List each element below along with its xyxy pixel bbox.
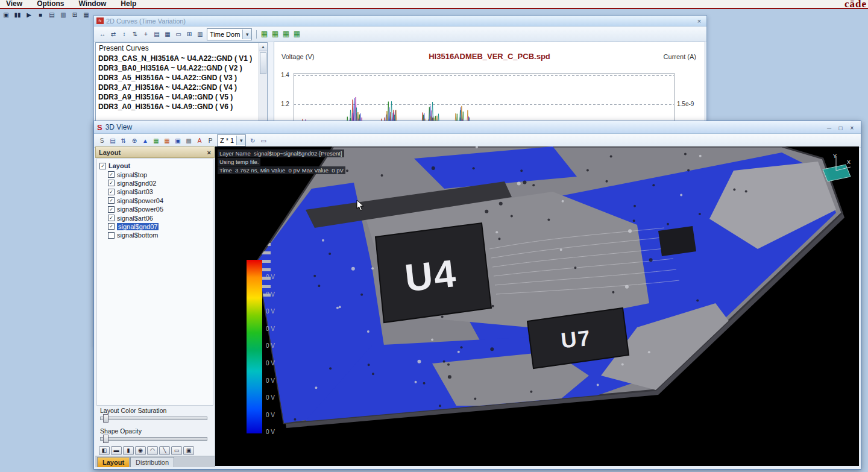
curve-grid-icon-2[interactable]: ▦ <box>270 30 280 39</box>
curve-grid-icon-1[interactable]: ▦ <box>259 30 269 39</box>
curve-grid-icon-4[interactable]: ▦ <box>292 30 301 39</box>
layer-signal$gnd07[interactable]: ✓signal$gnd07 <box>97 222 213 231</box>
rotate-3d-icon[interactable]: ▲ <box>140 136 150 145</box>
marker-box-icon[interactable]: ▭ <box>174 30 183 39</box>
crosshair-icon[interactable]: + <box>141 30 151 39</box>
zoom-combo[interactable]: Z * 1 ▾ <box>217 134 246 146</box>
rect-tool-icon[interactable]: ▭ <box>171 446 182 455</box>
grid-icon[interactable]: ⊞ <box>184 30 194 39</box>
window-buttons: ─□× <box>823 122 858 133</box>
menu-window[interactable]: Window <box>72 0 115 8</box>
slider-thumb[interactable] <box>103 414 108 423</box>
small-chip <box>658 226 696 256</box>
layer-label: signal$art06 <box>117 215 153 222</box>
layer-signal$gnd02[interactable]: ✓signal$gnd02 <box>97 179 213 187</box>
maximize-button[interactable]: □ <box>835 124 846 133</box>
layer-signal$art06[interactable]: ✓signal$art06 <box>97 213 213 222</box>
shade-tool-icon[interactable]: ◧ <box>99 446 110 455</box>
minimize-button[interactable]: ─ <box>823 124 835 133</box>
menu-view[interactable]: View <box>0 0 31 8</box>
tab-layout[interactable]: Layout <box>97 457 130 467</box>
layer-checkbox[interactable]: ✓ <box>108 180 115 186</box>
probe-icon[interactable]: P <box>206 136 215 145</box>
layout-panel-header[interactable]: Layout × <box>95 146 215 158</box>
line-tool-icon[interactable]: ╲ <box>159 446 170 455</box>
layer-checkbox[interactable]: ✓ <box>108 171 115 178</box>
cascade-windows-icon[interactable]: ▦ <box>81 10 91 19</box>
swap-axes-icon[interactable]: ⇄ <box>108 30 118 39</box>
layer-checkbox[interactable]: ✓ <box>108 215 115 221</box>
fit-vertical-icon[interactable]: ⇅ <box>130 30 140 39</box>
zoom-area-icon[interactable]: ⊕ <box>130 136 139 145</box>
menu-help[interactable]: Help <box>115 0 145 8</box>
curves-toolbar: ↔⇄↕⇅+▤▦▭⊞▥ Time Dom ▾ ▦▦▦▦ <box>94 27 706 42</box>
arc-tool-icon[interactable]: ◠ <box>147 446 158 455</box>
checkbox-icon[interactable]: ✓ <box>99 163 106 169</box>
layer-checkbox[interactable]: ✓ <box>108 189 115 195</box>
layer-tree: ✓signal$top✓signal$gnd02✓signal$art03✓si… <box>97 170 213 239</box>
mesh-icon[interactable]: ▩ <box>184 136 193 145</box>
pin-tool-icon[interactable]: ▮ <box>123 446 134 455</box>
layer-stack-icon[interactable]: ▤ <box>108 136 118 145</box>
slider-thumb[interactable] <box>103 435 108 443</box>
pan-horizontal-icon[interactable]: ↔ <box>98 30 107 39</box>
curve-item[interactable]: DDR3_A7_HI3516A ~ U4.A22::GND ( V4 ) <box>96 83 259 92</box>
view3d-titlebar[interactable]: S 3D View ─□× <box>94 121 861 134</box>
flip-view-icon[interactable]: ⇅ <box>119 136 128 145</box>
tile-windows-icon[interactable]: ⊞ <box>70 10 80 19</box>
close-button[interactable]: × <box>846 124 858 133</box>
viewport-3d[interactable]: U4 U7 Layer Name signal$top~signal$gnd02… <box>215 146 859 466</box>
menu-bar: ViewOptionsWindowHelp cāde <box>0 0 868 8</box>
poly-tool-icon[interactable]: ▣ <box>183 446 194 455</box>
pause-icon[interactable]: ▮▮ <box>13 10 22 19</box>
layer-checkbox[interactable]: ✓ <box>108 206 115 213</box>
app-window-icon[interactable]: ▣ <box>1 10 11 19</box>
curve-item[interactable]: DDR3_A0_HI3516A ~ U4.A9::GND ( V6 ) <box>96 102 259 112</box>
copy-icon[interactable]: ▤ <box>47 10 57 19</box>
palette-icon[interactable]: ▦ <box>163 30 172 39</box>
saturation-slider[interactable] <box>100 417 207 420</box>
close-icon[interactable]: × <box>207 149 211 156</box>
rotate-icon[interactable]: ↻ <box>248 136 257 145</box>
copy-curve-icon[interactable]: ▤ <box>152 30 162 39</box>
component-view-icon[interactable]: ▣ <box>173 136 183 145</box>
layer-signal$bottom[interactable]: signal$bottom <box>97 231 213 239</box>
chevron-down-icon[interactable]: ▾ <box>236 136 245 145</box>
domain-combo[interactable]: Time Dom ▾ <box>207 28 252 40</box>
layer-signal$top[interactable]: ✓signal$top <box>97 170 213 178</box>
accent-divider <box>0 8 868 9</box>
sigrity-icon[interactable]: S <box>97 136 107 145</box>
run-icon[interactable]: ▶ <box>24 10 34 19</box>
layer-tree-root[interactable]: ✓ Layout <box>97 162 213 170</box>
target-tool-icon[interactable]: ◉ <box>135 446 146 455</box>
curve-item[interactable]: DDR3_CAS_N_HI3516A ~ U4.A22::GND ( V1 ) <box>96 54 259 63</box>
layer-checkbox[interactable]: ✓ <box>108 197 115 204</box>
layer-signal$power04[interactable]: ✓signal$power04 <box>97 197 213 205</box>
curve-item[interactable]: DDR3_BA0_HI3516A ~ U4.A22::GND ( V2 ) <box>96 63 259 73</box>
layer-signal$power05[interactable]: ✓signal$power05 <box>97 205 213 213</box>
scroll-up-icon[interactable]: ▲ <box>259 43 267 51</box>
main-toolbar: ▣▮▮▶■▤▥⊞▦ <box>1 10 91 19</box>
close-icon[interactable]: × <box>694 17 704 25</box>
chevron-down-icon[interactable]: ▾ <box>242 30 251 39</box>
board-bottom-icon[interactable]: ▦ <box>162 136 172 145</box>
print-icon[interactable]: ▥ <box>58 10 68 19</box>
opacity-slider[interactable] <box>100 437 207 441</box>
tab-distribution[interactable]: Distribution <box>130 457 174 467</box>
board-top-icon[interactable]: ▦ <box>151 136 161 145</box>
menu-options[interactable]: Options <box>31 0 72 8</box>
axes-box-icon[interactable]: ▥ <box>195 30 205 39</box>
layer-checkbox[interactable]: ✓ <box>108 223 115 230</box>
layer-checkbox[interactable] <box>108 232 115 239</box>
scrollbar-thumb[interactable] <box>260 52 266 74</box>
net-label-icon[interactable]: A <box>195 136 204 145</box>
curve-item[interactable]: DDR3_A5_HI3516A ~ U4.A22::GND ( V3 ) <box>96 73 259 83</box>
select-box-icon[interactable]: ▭ <box>259 136 268 145</box>
stop-icon[interactable]: ■ <box>36 10 45 19</box>
layer-signal$art03[interactable]: ✓signal$art03 <box>97 187 213 196</box>
pan-vertical-icon[interactable]: ↕ <box>119 30 129 39</box>
curve-grid-icon-3[interactable]: ▦ <box>281 30 291 39</box>
bar-tool-icon[interactable]: ▬ <box>111 446 122 455</box>
curve-item[interactable]: DDR3_A9_HI3516A ~ U4.A9::GND ( V5 ) <box>96 92 259 102</box>
curves-titlebar[interactable]: ≈ 2D Curves (Time Variation) × <box>94 16 706 27</box>
